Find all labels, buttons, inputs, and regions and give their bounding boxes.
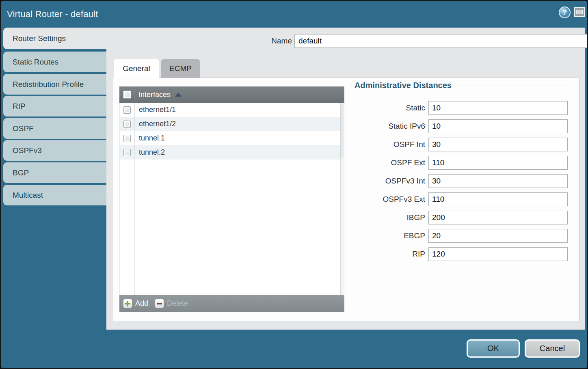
select-all-checkbox[interactable] — [123, 91, 131, 99]
add-button[interactable]: Add — [123, 299, 148, 308]
ospf-ext-label: OSPF Ext — [349, 158, 425, 167]
name-input[interactable] — [294, 34, 588, 48]
ebgp-input[interactable] — [428, 229, 568, 243]
row-checkbox[interactable] — [123, 121, 131, 128]
table-row[interactable]: tunnel.1 — [120, 131, 344, 145]
help-icon[interactable]: ? — [559, 6, 571, 18]
body-column-divider — [134, 103, 135, 295]
virtual-router-dialog: Virtual Router - default ? Router Settin… — [0, 0, 588, 369]
window-title: Virtual Router - default — [7, 1, 98, 27]
name-label: Name — [244, 34, 292, 47]
delete-button[interactable]: Delete — [155, 299, 188, 308]
maximize-icon[interactable] — [574, 7, 585, 17]
titlebar: Virtual Router - default ? — [1, 1, 587, 27]
tab-general[interactable]: General — [114, 59, 159, 78]
general-tab-panel: Interfaces ethernet1/1 ethernet1/2 tunne — [113, 78, 579, 321]
sidebar-item-multicast[interactable]: Multicast — [3, 185, 106, 205]
cancel-button[interactable]: Cancel — [525, 339, 580, 358]
ibgp-label: IBGP — [349, 213, 425, 222]
content-panel: Name General ECMP Interfaces ethernet1/1 — [106, 28, 585, 330]
sidebar-item-redistribution-profile[interactable]: Redistribution Profile — [3, 74, 106, 95]
static-input[interactable] — [428, 101, 568, 115]
admin-distances-fieldset: Administrative Distances Static Static I… — [349, 86, 572, 312]
sidebar-item-router-settings[interactable]: Router Settings — [3, 28, 107, 49]
static-ipv6-input[interactable] — [428, 119, 568, 133]
ospfv3-int-input[interactable] — [428, 174, 568, 188]
delete-button-label: Delete — [167, 299, 188, 308]
sidebar-item-bgp[interactable]: BGP — [3, 162, 106, 183]
ok-button[interactable]: OK — [467, 339, 520, 358]
rip-input[interactable] — [428, 247, 568, 261]
admin-distances-legend: Administrative Distances — [352, 81, 454, 90]
sidebar-item-ospfv3[interactable]: OSPFv3 — [3, 140, 106, 161]
interface-name: tunnel.2 — [139, 148, 165, 157]
sort-ascending-icon — [175, 93, 182, 97]
interfaces-table-body: ethernet1/1 ethernet1/2 tunnel.1 tunnel.… — [119, 103, 344, 295]
row-checkbox[interactable] — [123, 106, 131, 114]
ospfv3-ext-input[interactable] — [428, 192, 568, 206]
interfaces-column-header[interactable]: Interfaces — [119, 86, 344, 103]
table-row[interactable]: ethernet1/1 — [120, 103, 344, 117]
ebgp-label: EBGP — [349, 231, 425, 240]
header-column-divider — [134, 86, 134, 103]
sidebar-item-rip[interactable]: RIP — [3, 96, 106, 117]
ospf-int-input[interactable] — [428, 138, 568, 151]
row-checkbox[interactable] — [123, 149, 131, 156]
rip-label: RIP — [349, 250, 425, 259]
delete-minus-icon — [155, 299, 164, 308]
interfaces-header-label: Interfaces — [138, 91, 171, 99]
row-checkbox[interactable] — [123, 135, 131, 142]
table-row[interactable]: ethernet1/2 — [120, 117, 344, 131]
static-label: Static — [349, 104, 425, 112]
tab-ecmp[interactable]: ECMP — [161, 59, 200, 78]
ospf-ext-input[interactable] — [428, 156, 568, 170]
table-toolbar: Add Delete — [119, 295, 344, 312]
add-plus-icon — [123, 299, 132, 308]
sidebar-item-ospf[interactable]: OSPF — [3, 118, 106, 139]
interface-name: tunnel.1 — [139, 134, 165, 142]
ospf-int-label: OSPF Int — [349, 140, 425, 149]
table-scrollbar[interactable] — [340, 103, 344, 295]
interface-name: ethernet1/2 — [139, 120, 176, 128]
interfaces-table: Interfaces ethernet1/1 ethernet1/2 tunne — [119, 86, 344, 312]
static-ipv6-label: Static IPv6 — [349, 122, 425, 131]
sidebar-item-static-routes[interactable]: Static Routes — [3, 52, 106, 72]
admin-distances-fields: Static Static IPv6 OSPF Int OSPF Ext — [349, 101, 572, 265]
add-button-label: Add — [135, 299, 148, 308]
ibgp-input[interactable] — [428, 211, 568, 224]
ospfv3-int-label: OSPFv3 Int — [349, 177, 425, 186]
interface-name: ethernet1/1 — [139, 106, 176, 114]
table-row[interactable]: tunnel.2 — [120, 145, 344, 160]
ospfv3-ext-label: OSPFv3 Ext — [349, 195, 425, 204]
